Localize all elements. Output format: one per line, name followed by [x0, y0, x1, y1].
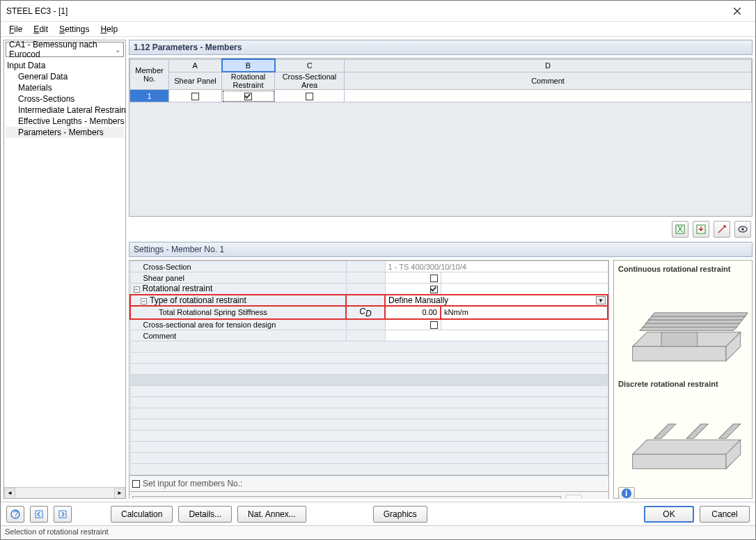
col-letter-c[interactable]: C [275, 59, 345, 72]
window-title: STEEL EC3 - [1] [6, 6, 722, 16]
chevron-down-icon: ⌄ [115, 46, 120, 54]
svg-marker-13 [645, 320, 742, 323]
tree-item-cross-sections[interactable]: Cross-Sections [6, 93, 124, 105]
prop-shear-panel-value[interactable] [385, 272, 441, 284]
checkbox-icon[interactable] [306, 93, 313, 100]
col-letter-a[interactable]: A [169, 59, 222, 72]
tree-item-restraints[interactable]: Intermediate Lateral Restraints [6, 105, 124, 116]
prop-cs-area-value[interactable] [385, 319, 441, 330]
case-combo[interactable]: CA1 - Bemessung nach Eurocod ⌄ [6, 42, 124, 57]
continuous-restraint-image [618, 275, 748, 376]
prop-type-label[interactable]: −Type of rotational restraint [130, 295, 346, 306]
col-cross[interactable]: Cross-Sectional Area [275, 72, 345, 90]
setinput-field [132, 496, 561, 499]
checkbox-checked-icon[interactable] [244, 93, 252, 100]
prop-stiffness-label: Total Rotational Spring Stiffness [130, 306, 346, 319]
prop-comment-value[interactable] [385, 330, 608, 341]
prop-comment-label: Comment [130, 330, 346, 341]
svg-rect-27 [59, 511, 66, 518]
prev-button[interactable] [30, 506, 48, 523]
pick-members-button[interactable] [565, 495, 582, 499]
cancel-button[interactable]: Cancel [700, 506, 750, 523]
row-header-1[interactable]: 1 [130, 90, 169, 102]
prop-shear-panel-label: Shear panel [130, 272, 346, 284]
col-shear[interactable]: Shear Panel [169, 72, 222, 90]
annex-button[interactable]: Nat. Annex... [237, 506, 306, 523]
cell-rot-1[interactable] [222, 90, 275, 102]
prop-cross-section-value: 1 - TS 400/300/10/10/4 [385, 261, 608, 272]
help-button[interactable]: ? [6, 506, 24, 523]
scroll-left-icon[interactable]: ◄ [4, 488, 15, 499]
graphics-button[interactable]: Graphics [373, 506, 427, 523]
menu-settings[interactable]: Settings [54, 23, 95, 36]
scroll-right-icon[interactable]: ► [114, 488, 125, 499]
info-button[interactable]: i [618, 487, 635, 499]
prop-cs-area-label: Cross-sectional area for tension design [130, 319, 346, 330]
preview-title-2: Discrete rotational restraint [618, 380, 748, 388]
checkbox-icon[interactable] [430, 321, 438, 329]
dropdown-icon[interactable]: ▼ [596, 296, 606, 304]
checkbox-checked-icon[interactable] [430, 286, 438, 293]
svg-marker-17 [633, 454, 726, 469]
setinput-label: Set input for members No.: [143, 479, 242, 488]
cell-comment-1[interactable] [345, 90, 752, 102]
collapse-icon[interactable]: − [141, 298, 147, 304]
svg-point-6 [741, 228, 744, 231]
menu-edit[interactable]: Edit [28, 23, 54, 36]
checkbox-icon [132, 480, 140, 488]
view-button[interactable] [734, 221, 751, 238]
import-button[interactable] [693, 221, 709, 238]
tree-item-parameters[interactable]: Parameters - Members [6, 127, 124, 138]
menu-file[interactable]: File [3, 23, 28, 36]
prop-stiffness-unit: kNm/m [441, 306, 608, 319]
page-title: 1.12 Parameters - Members [129, 40, 753, 55]
svg-marker-14 [648, 316, 745, 320]
close-button[interactable] [722, 1, 753, 21]
svg-text:i: i [625, 488, 627, 498]
svg-marker-10 [661, 332, 698, 347]
tree-root[interactable]: Input Data [6, 60, 124, 71]
tree-item-eff-lengths[interactable]: Effective Lengths - Members [6, 116, 124, 127]
checkbox-icon[interactable] [191, 93, 199, 100]
prop-type-value[interactable]: Define Manually▼ [385, 295, 608, 306]
members-grid[interactable]: Member No. A B C D Shear Panel Rotationa… [129, 58, 753, 217]
prop-rotational-label[interactable]: −Rotational restraint [130, 284, 346, 295]
svg-marker-11 [640, 327, 737, 330]
menu-help[interactable]: Help [95, 23, 123, 36]
col-member-no[interactable]: Member No. [130, 59, 169, 90]
cell-shear-1[interactable] [169, 90, 222, 102]
svg-marker-12 [643, 323, 739, 327]
prop-stiffness-value[interactable]: 0.00 [385, 306, 441, 319]
calc-button[interactable]: Calculation [111, 506, 173, 523]
collapse-icon[interactable]: − [134, 286, 140, 293]
tree-item-materials[interactable]: Materials [6, 82, 124, 93]
svg-marker-19 [654, 424, 676, 438]
discrete-restraint-image [618, 389, 748, 483]
svg-marker-20 [686, 424, 708, 438]
all-label: All [597, 498, 606, 499]
cell-cross-1[interactable] [275, 90, 345, 102]
tree-scrollbar[interactable]: ◄ ► [4, 487, 125, 498]
details-button[interactable]: Details... [178, 506, 232, 523]
svg-marker-16 [633, 440, 741, 454]
setinput-check[interactable]: Set input for members No.: [132, 479, 242, 488]
ok-button[interactable]: OK [644, 506, 694, 523]
nav-tree: Input Data General Data Materials Cross-… [4, 59, 125, 487]
next-button[interactable] [54, 506, 72, 523]
status-bar: Selection of rotational restraint [1, 525, 755, 539]
col-letter-b[interactable]: B [222, 59, 275, 72]
col-rot[interactable]: Rotational Restraint [222, 72, 275, 90]
svg-text:?: ? [14, 509, 19, 519]
svg-marker-15 [652, 313, 748, 316]
prop-cross-section-label: Cross-Section [130, 261, 346, 272]
tree-item-general[interactable]: General Data [6, 71, 124, 82]
all-check[interactable]: All [586, 498, 606, 499]
svg-marker-8 [633, 346, 726, 361]
checkbox-icon[interactable] [430, 275, 438, 282]
export-excel-button[interactable]: X [672, 221, 688, 238]
svg-text:X: X [677, 224, 683, 234]
prop-rotational-value[interactable] [385, 284, 441, 295]
pick-button[interactable] [714, 221, 730, 238]
col-comment[interactable]: Comment [345, 72, 752, 90]
col-letter-d[interactable]: D [345, 59, 752, 72]
